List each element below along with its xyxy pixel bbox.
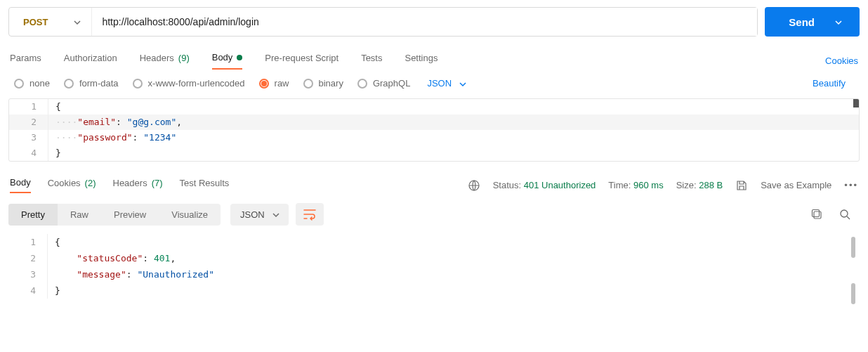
time-value: 960 ms xyxy=(633,180,664,190)
tab-label: Pre-request Script xyxy=(265,53,338,63)
tab-headers[interactable]: Headers (9) xyxy=(140,53,190,69)
chevron-down-icon[interactable] xyxy=(834,18,841,25)
tab-label: Authorization xyxy=(64,53,117,63)
editor-line[interactable]: 2 "statusCode": 401, xyxy=(8,250,860,266)
line-number: 2 xyxy=(9,115,48,130)
radio-icon xyxy=(64,79,74,89)
editor-line[interactable]: 1{ xyxy=(9,99,859,115)
send-button[interactable]: Send xyxy=(765,7,860,37)
chevron-down-icon xyxy=(73,18,80,25)
radio-label: none xyxy=(29,78,50,89)
editor-line[interactable]: 3····"password": "1234" xyxy=(9,130,859,145)
request-tabs: Params Authorization Headers (9) Body Pr… xyxy=(10,52,438,70)
wrap-lines-button[interactable] xyxy=(296,203,324,226)
radio-raw[interactable]: raw xyxy=(259,78,289,89)
tab-label: Body xyxy=(212,52,233,63)
line-code: { xyxy=(48,99,61,115)
line-code: ····"password": "1234" xyxy=(48,130,176,145)
response-language-label: JSON xyxy=(240,209,265,220)
response-header-row: Body Cookies (2) Headers (7) Test Result… xyxy=(8,177,860,193)
response-tab-cookies[interactable]: Cookies (2) xyxy=(48,178,96,193)
send-button-label: Send xyxy=(789,16,815,28)
size-label: Size: xyxy=(676,180,697,190)
radio-label: GraphQL xyxy=(373,78,410,89)
status-block[interactable]: Status: 401 Unauthorized xyxy=(493,180,596,190)
editor-line[interactable]: 2····"email": "g@g.com", xyxy=(9,115,859,130)
body-language-label: JSON xyxy=(427,78,452,89)
radio-label: form-data xyxy=(79,78,119,89)
globe-icon[interactable] xyxy=(468,179,480,192)
radio-icon xyxy=(259,79,269,89)
editor-line[interactable]: 3 "message": "Unauthorized" xyxy=(8,266,860,282)
radio-none[interactable]: none xyxy=(14,78,50,89)
tab-count: (9) xyxy=(178,53,190,63)
dot-icon xyxy=(237,55,242,60)
tab-tests[interactable]: Tests xyxy=(361,53,382,69)
tab-label: Cookies xyxy=(48,178,81,188)
tab-pre-request[interactable]: Pre-request Script xyxy=(265,53,338,69)
search-icon[interactable] xyxy=(839,208,851,221)
radio-x-www-form-urlencoded[interactable]: x-www-form-urlencoded xyxy=(133,78,245,89)
tab-authorization[interactable]: Authorization xyxy=(64,53,117,69)
response-language-select[interactable]: JSON xyxy=(230,204,289,226)
size-value: 288 B xyxy=(699,180,723,190)
editor-line[interactable]: 4} xyxy=(9,145,859,161)
radio-binary[interactable]: binary xyxy=(303,78,343,89)
view-raw[interactable]: Raw xyxy=(58,204,101,226)
seg-label: Visualize xyxy=(171,209,208,220)
line-code: { xyxy=(48,234,60,250)
url-input[interactable] xyxy=(92,8,757,36)
cookies-link[interactable]: Cookies xyxy=(825,56,858,66)
chevron-down-icon xyxy=(459,80,466,87)
radio-icon xyxy=(303,79,313,89)
cookies-link-label: Cookies xyxy=(825,56,858,66)
body-language-select[interactable]: JSON xyxy=(427,78,466,89)
save-icon[interactable] xyxy=(735,179,748,192)
radio-icon xyxy=(14,79,24,89)
view-preview[interactable]: Preview xyxy=(101,204,159,226)
tab-label: Test Results xyxy=(180,178,230,188)
response-meta: Status: 401 Unauthorized Time: 960 ms Si… xyxy=(468,179,858,192)
response-tab-headers[interactable]: Headers (7) xyxy=(113,178,163,193)
response-tab-test-results[interactable]: Test Results xyxy=(180,178,230,193)
view-visualize[interactable]: Visualize xyxy=(159,204,221,226)
status-value: 401 Unauthorized xyxy=(524,180,596,190)
response-body-editor[interactable]: 1{2 "statusCode": 401,3 "message": "Unau… xyxy=(8,234,860,299)
tab-count: (7) xyxy=(152,178,163,188)
radio-icon xyxy=(357,79,367,89)
tab-label: Body xyxy=(10,177,31,188)
beautify-link[interactable]: Beautify xyxy=(813,78,846,89)
editor-line[interactable]: 4} xyxy=(8,282,860,299)
size-block[interactable]: Size: 288 B xyxy=(676,180,723,190)
editor-line[interactable]: 1{ xyxy=(8,234,860,250)
view-pretty[interactable]: Pretty xyxy=(8,204,58,226)
http-method-select[interactable]: POST xyxy=(9,8,92,36)
copy-icon[interactable] xyxy=(810,208,823,221)
save-as-example-link[interactable]: Save as Example xyxy=(761,180,831,190)
svg-rect-2 xyxy=(813,210,820,217)
radio-label: x-www-form-urlencoded xyxy=(148,78,245,89)
tab-label: Settings xyxy=(405,53,438,63)
line-number: 1 xyxy=(9,99,48,115)
body-type-row: none form-data x-www-form-urlencoded raw… xyxy=(8,78,860,89)
radio-label: raw xyxy=(275,78,289,89)
more-icon[interactable]: ••• xyxy=(844,180,858,190)
radio-form-data[interactable]: form-data xyxy=(64,78,119,89)
tab-label: Headers xyxy=(113,178,147,188)
scrollbar-thumb[interactable] xyxy=(851,237,855,258)
response-tab-body[interactable]: Body xyxy=(10,177,31,193)
radio-graphql[interactable]: GraphQL xyxy=(357,78,410,89)
time-block[interactable]: Time: 960 ms xyxy=(608,180,663,190)
line-number: 3 xyxy=(8,266,48,282)
tab-label: Params xyxy=(10,53,41,63)
tab-params[interactable]: Params xyxy=(10,53,41,69)
response-tabs: Body Cookies (2) Headers (7) Test Result… xyxy=(10,177,229,193)
request-body-editor[interactable]: 1{2····"email": "g@g.com",3····"password… xyxy=(8,98,860,162)
tab-settings[interactable]: Settings xyxy=(405,53,438,69)
url-box: POST xyxy=(8,7,758,37)
line-number: 4 xyxy=(8,282,48,299)
tab-body[interactable]: Body xyxy=(212,52,243,70)
scrollbar-thumb[interactable] xyxy=(851,283,855,304)
time-label: Time: xyxy=(608,180,631,190)
request-tabs-row: Params Authorization Headers (9) Body Pr… xyxy=(8,52,860,70)
